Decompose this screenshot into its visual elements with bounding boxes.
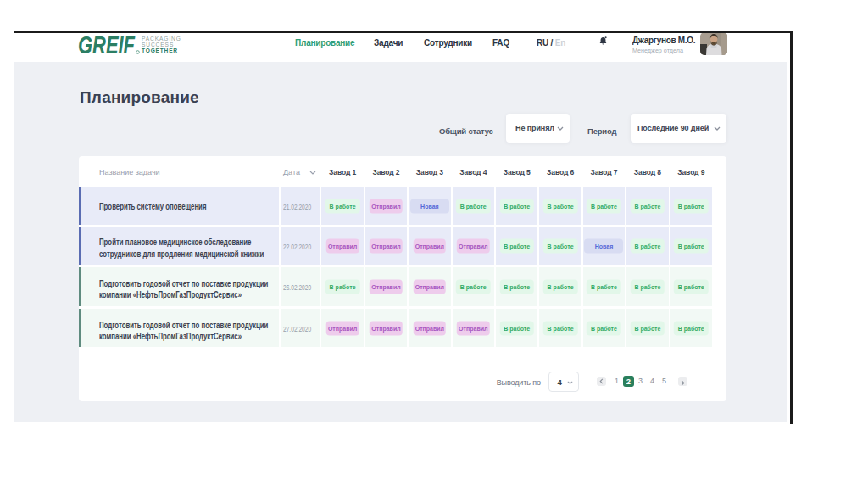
- svg-text:TOGETHER: TOGETHER: [142, 48, 178, 53]
- svg-text:GREIF: GREIF: [78, 35, 136, 59]
- svg-text:PACKAGING: PACKAGING: [142, 36, 181, 42]
- svg-text:SUCCESS: SUCCESS: [142, 42, 174, 48]
